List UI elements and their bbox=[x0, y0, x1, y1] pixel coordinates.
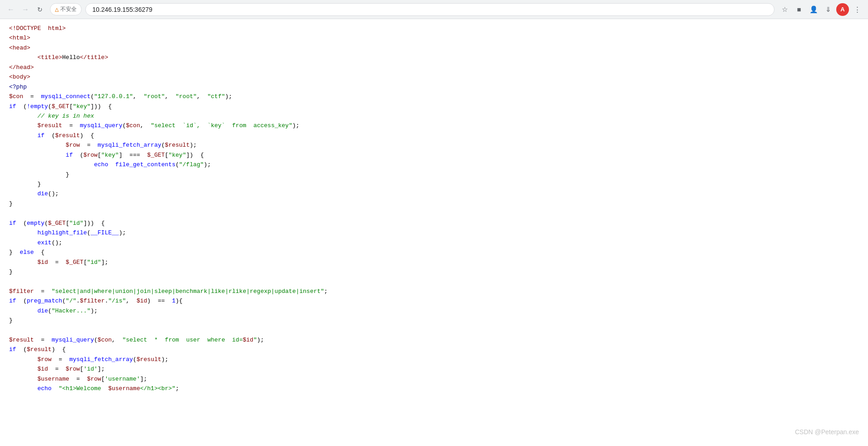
watermark: CSDN @Peterpan.exe bbox=[795, 427, 859, 437]
code-line: $con = mysqli_connect("127.0.0.1", "root… bbox=[9, 92, 859, 101]
code-line: die(); bbox=[9, 189, 859, 198]
code-line: } else { bbox=[9, 248, 859, 257]
code-line: exit(); bbox=[9, 238, 859, 248]
bookmark-star-button[interactable]: ☆ bbox=[778, 3, 791, 16]
extensions-button[interactable]: ■ bbox=[793, 3, 805, 16]
code-line: $result = mysqli_query($con, "select `id… bbox=[9, 121, 859, 130]
code-line: } bbox=[9, 170, 859, 179]
code-line: if ($row["key"] === $_GET["key"]) { bbox=[9, 150, 859, 160]
code-line bbox=[9, 208, 859, 218]
nav-buttons: ← → ↻ bbox=[5, 3, 46, 16]
address-bar[interactable] bbox=[85, 3, 775, 16]
code-line: <html> bbox=[9, 33, 859, 43]
code-line: <title>Hello</title> bbox=[9, 53, 859, 62]
code-line: } bbox=[9, 267, 859, 277]
code-line: $id = $row['id']; bbox=[9, 364, 859, 374]
code-line: <!DOCTYPE html> bbox=[9, 24, 859, 33]
code-line: echo file_get_contents("/flag"); bbox=[9, 160, 859, 169]
code-line: highlight_file(__FILE__); bbox=[9, 228, 859, 238]
code-line: $id = $_GET["id"]; bbox=[9, 258, 859, 267]
security-text: 不安全 bbox=[60, 5, 77, 13]
toolbar-right: ☆ ■ 👤 ⇓ A ⋮ bbox=[778, 3, 863, 16]
security-badge: △ 不安全 bbox=[50, 3, 82, 15]
menu-button[interactable]: ⋮ bbox=[851, 3, 863, 16]
code-line: <?php bbox=[9, 82, 859, 92]
browser-toolbar: ← → ↻ △ 不安全 ☆ ■ 👤 ⇓ A ⋮ bbox=[0, 0, 868, 19]
code-line: if (!empty($_GET["key"])) { bbox=[9, 102, 859, 111]
code-line bbox=[9, 277, 859, 286]
warning-icon: △ bbox=[55, 5, 59, 13]
code-content: <!DOCTYPE html> <html> <head> <title>Hel… bbox=[0, 19, 868, 446]
code-line: die("Hacker..."); bbox=[9, 306, 859, 316]
code-line: if ($result) { bbox=[9, 345, 859, 354]
code-line: </head> bbox=[9, 63, 859, 72]
code-line: <body> bbox=[9, 72, 859, 82]
code-line: $row = mysqli_fetch_array($result); bbox=[9, 140, 859, 150]
download-button[interactable]: ⇓ bbox=[822, 3, 834, 16]
code-line: $filter = "select|and|where|union|join|s… bbox=[9, 287, 859, 296]
code-line: if (preg_match("/".$filter."/is", $id) =… bbox=[9, 296, 859, 306]
code-line: } bbox=[9, 199, 859, 208]
code-line: if ($result) { bbox=[9, 131, 859, 140]
code-line: $result = mysqli_query($con, "select * f… bbox=[9, 335, 859, 345]
back-button[interactable]: ← bbox=[5, 3, 17, 16]
code-block: <!DOCTYPE html> <html> <head> <title>Hel… bbox=[9, 24, 859, 394]
code-line: if (empty($_GET["id"])) { bbox=[9, 218, 859, 228]
forward-button[interactable]: → bbox=[19, 3, 32, 16]
code-line: echo "<h1>Welcome $username</h1><br>"; bbox=[9, 384, 859, 393]
code-line: // key is in hex bbox=[9, 111, 859, 121]
profile-button[interactable]: 👤 bbox=[807, 3, 820, 16]
account-button[interactable]: A bbox=[836, 3, 849, 16]
code-line: $row = mysqli_fetch_array($result); bbox=[9, 355, 859, 364]
code-line: } bbox=[9, 316, 859, 325]
code-line: <head> bbox=[9, 43, 859, 53]
reload-button[interactable]: ↻ bbox=[34, 3, 46, 16]
code-line: } bbox=[9, 179, 859, 189]
code-line: $username = $row['username']; bbox=[9, 374, 859, 384]
code-line bbox=[9, 326, 859, 335]
